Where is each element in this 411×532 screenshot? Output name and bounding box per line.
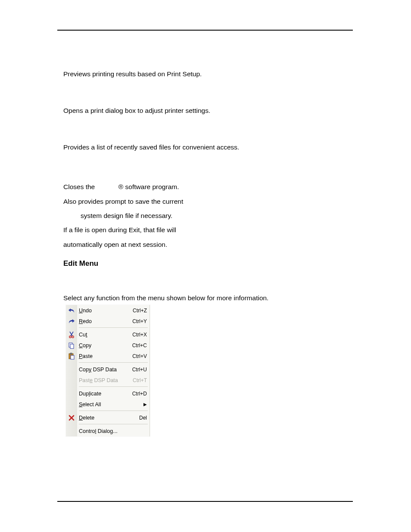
delete-icon xyxy=(68,414,75,422)
menu-shortcut: Ctrl+C xyxy=(132,342,147,348)
menu-item-copy-dsp[interactable]: Copy DSP Data Ctrl+U xyxy=(66,364,149,375)
bottom-rule xyxy=(57,501,353,502)
submenu-arrow-icon: ▶ xyxy=(141,402,147,407)
para-recent-files: Provides a list of recently saved files … xyxy=(63,143,348,152)
edit-menu-heading: Edit Menu xyxy=(63,259,348,268)
menu-shortcut: Ctrl+T xyxy=(133,377,147,383)
svg-rect-6 xyxy=(71,355,74,359)
exit-line2: Also provides prompt to save the current xyxy=(63,198,183,205)
menu-label: Copy xyxy=(79,342,132,348)
menu-label: Cut xyxy=(79,332,132,338)
cut-icon xyxy=(68,331,75,339)
menu-item-select-all[interactable]: Select All ▶ xyxy=(66,399,149,410)
body-content: Previews printing results based on Print… xyxy=(63,70,348,302)
menu-shortcut: Ctrl+V xyxy=(132,353,147,359)
menu-shortcut: Ctrl+U xyxy=(132,367,147,373)
menu-shortcut: Del xyxy=(139,415,147,421)
menu-label: Paste DSP Data xyxy=(79,377,133,383)
svg-rect-5 xyxy=(70,353,72,354)
copy-icon xyxy=(68,342,75,349)
menu-label: Paste xyxy=(79,353,132,359)
menu-label: Copy DSP Data xyxy=(79,367,132,373)
menu-item-cut[interactable]: Cut Ctrl+X xyxy=(66,329,149,340)
svg-point-1 xyxy=(72,336,74,337)
exit-line5: automatically open at next session. xyxy=(63,241,167,248)
menu-label: Redo xyxy=(79,318,132,324)
exit-line3: system design file if necessary. xyxy=(63,208,348,223)
menu-item-paste[interactable]: Paste Ctrl+V xyxy=(66,351,149,361)
exit-line1b: ® software program. xyxy=(118,183,179,190)
menu-item-control-dialog[interactable]: Control Dialog... xyxy=(66,426,149,436)
exit-line1a: Closes the xyxy=(63,183,97,190)
undo-icon xyxy=(68,307,75,314)
menu-label: Control Dialog... xyxy=(79,428,147,434)
menu-shortcut: Ctrl+D xyxy=(132,391,147,397)
exit-line4: If a file is open during Exit, that file… xyxy=(63,226,176,233)
page: Previews printing results based on Print… xyxy=(0,0,411,532)
top-rule xyxy=(57,30,353,31)
menu-item-delete[interactable]: Delete Del xyxy=(66,412,149,423)
menu-label: Delete xyxy=(79,415,139,421)
menu-item-paste-dsp: Paste DSP Data Ctrl+T xyxy=(66,375,149,386)
paste-icon xyxy=(68,352,75,360)
menu-item-redo[interactable]: Redo Ctrl+Y xyxy=(66,316,149,327)
edit-menu: Undo Ctrl+Z Redo Ctrl+Y Cut Ctrl+X Copy … xyxy=(66,305,150,436)
menu-shortcut: Ctrl+Z xyxy=(133,308,147,314)
menu-shortcut: Ctrl+X xyxy=(132,332,147,338)
edit-menu-intro: Select any function from the menu shown … xyxy=(63,294,348,302)
svg-rect-3 xyxy=(70,344,74,348)
menu-label: Select All xyxy=(79,401,141,408)
menu-item-undo[interactable]: Undo Ctrl+Z xyxy=(66,305,149,316)
menu-shortcut: Ctrl+Y xyxy=(132,318,147,324)
menu-item-duplicate[interactable]: Duplicate Ctrl+D xyxy=(66,388,149,399)
para-print-preview: Previews printing results based on Print… xyxy=(63,70,348,78)
menu-label: Undo xyxy=(79,308,133,314)
menu-label: Duplicate xyxy=(79,391,132,397)
svg-point-0 xyxy=(69,336,71,337)
para-print-setup: Opens a print dialog box to adjust print… xyxy=(63,106,348,115)
para-exit: Closes the ® software program. Also prov… xyxy=(63,180,348,252)
menu-item-copy[interactable]: Copy Ctrl+C xyxy=(66,340,149,351)
redo-icon xyxy=(68,317,75,325)
